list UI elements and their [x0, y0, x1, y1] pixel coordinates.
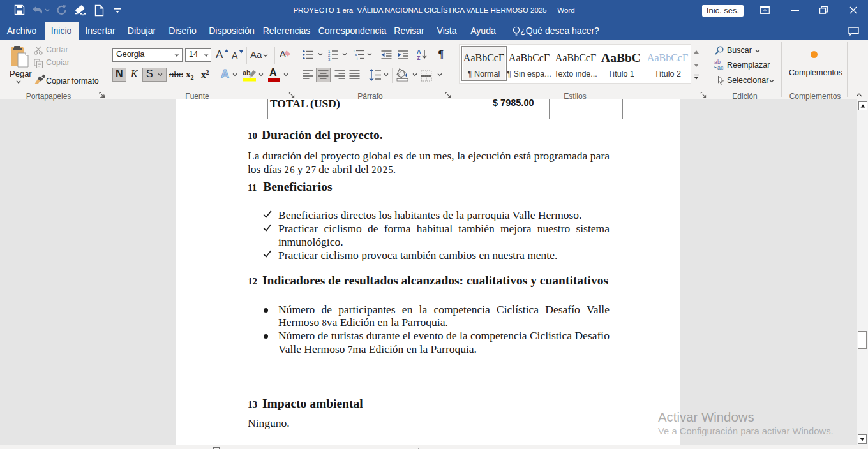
svg-text:A: A [417, 48, 421, 55]
svg-text:3: 3 [328, 57, 331, 61]
svg-text:ac: ac [717, 64, 724, 70]
svg-text:Z: Z [417, 55, 421, 61]
svg-text:i: i [357, 57, 357, 61]
